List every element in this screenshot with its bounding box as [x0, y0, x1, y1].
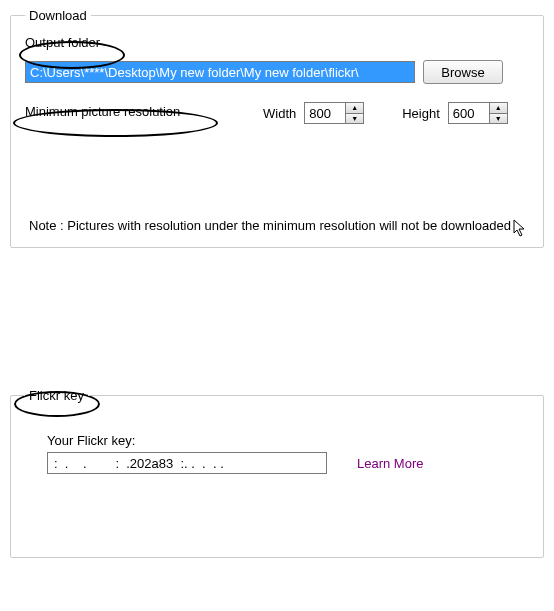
spin-down-icon[interactable]: ▼ [490, 114, 507, 124]
cursor-icon [513, 219, 529, 239]
note-text: Note : Pictures with resolution under th… [29, 218, 511, 233]
flickr-group: Flickr key Your Flickr key: Learn More [10, 388, 544, 558]
spin-down-icon[interactable]: ▼ [346, 114, 363, 124]
output-folder-label: Output folder [25, 35, 100, 50]
height-label: Height [402, 106, 440, 121]
download-group: Download Output folder Browse Minimum pi… [10, 8, 544, 248]
height-input[interactable] [449, 103, 489, 123]
flickr-legend: Flickr key [25, 388, 88, 403]
your-flickr-key-label: Your Flickr key: [47, 433, 515, 448]
output-folder-input[interactable] [25, 61, 415, 83]
width-input[interactable] [305, 103, 345, 123]
learn-more-link[interactable]: Learn More [357, 456, 423, 471]
width-spinner[interactable]: ▲ ▼ [304, 102, 364, 124]
browse-button[interactable]: Browse [423, 60, 503, 84]
width-label: Width [263, 106, 296, 121]
height-spinner[interactable]: ▲ ▼ [448, 102, 508, 124]
download-legend: Download [25, 8, 91, 23]
flickr-key-input[interactable] [47, 452, 327, 474]
min-resolution-label: Minimum picture resolution [25, 104, 225, 119]
spin-up-icon[interactable]: ▲ [346, 103, 363, 114]
spin-up-icon[interactable]: ▲ [490, 103, 507, 114]
